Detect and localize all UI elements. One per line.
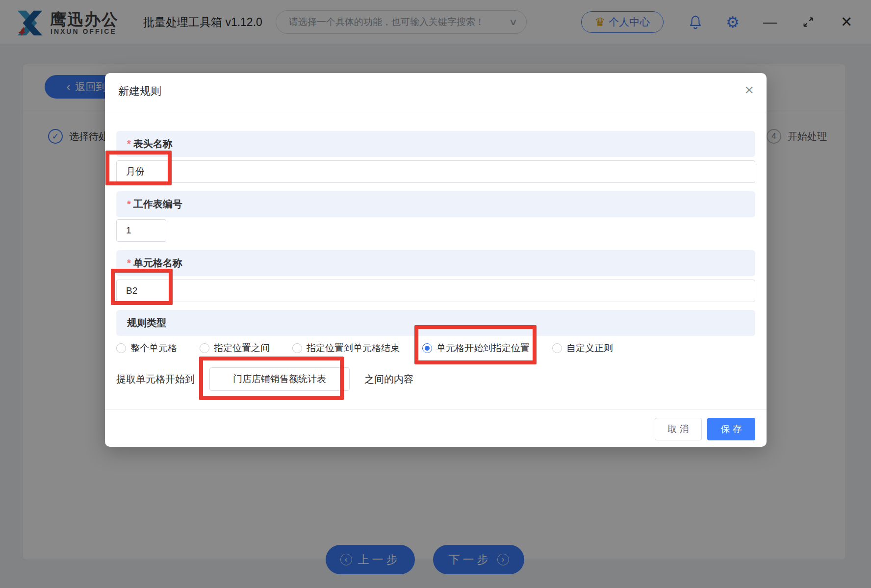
radio-cell-start-to-position[interactable]: 单元格开始到指定位置 xyxy=(422,342,530,355)
extract-prefix-label: 提取单元格开始到 xyxy=(116,373,195,386)
radio-label: 指定位置到单元格结束 xyxy=(307,342,400,355)
dialog-title: 新建规则 xyxy=(118,84,161,99)
required-mark: * xyxy=(127,138,131,150)
extract-end-marker-input[interactable] xyxy=(209,367,350,391)
radio-between-positions[interactable]: 指定位置之间 xyxy=(200,342,270,355)
field-label-header-name: * 表头名称 xyxy=(116,131,755,157)
cell-name-input[interactable] xyxy=(116,280,755,302)
required-mark: * xyxy=(127,199,131,210)
dialog-header-divider xyxy=(105,112,767,112)
radio-custom-regex[interactable]: 自定义正则 xyxy=(552,342,613,355)
radio-label: 自定义正则 xyxy=(566,342,613,355)
field-label-cell-name: * 单元格名称 xyxy=(116,250,755,276)
dialog-close-icon[interactable]: × xyxy=(744,82,754,98)
radio-position-to-cell-end[interactable]: 指定位置到单元格结束 xyxy=(292,342,400,355)
extract-rule-row: 提取单元格开始到 之间的内容 xyxy=(116,366,413,392)
field-label-text: 规则类型 xyxy=(127,316,166,330)
required-mark: * xyxy=(127,257,131,269)
radio-icon[interactable] xyxy=(200,343,209,353)
new-rule-dialog: 新建规则 × * 表头名称 * 工作表编号 * 单元格名称 规则类型 整个单元格… xyxy=(105,73,767,447)
sheet-number-input[interactable] xyxy=(116,219,166,242)
radio-label: 单元格开始到指定位置 xyxy=(436,342,530,355)
field-label-rule-type: 规则类型 xyxy=(116,310,755,336)
cancel-button[interactable]: 取 消 xyxy=(655,418,702,440)
field-label-text: 单元格名称 xyxy=(133,256,182,270)
radio-icon[interactable] xyxy=(552,343,562,353)
save-button[interactable]: 保 存 xyxy=(707,418,755,440)
header-name-input[interactable] xyxy=(116,160,755,183)
radio-icon[interactable] xyxy=(116,343,126,353)
radio-whole-cell[interactable]: 整个单元格 xyxy=(116,342,177,355)
field-label-text: 表头名称 xyxy=(133,137,173,151)
field-label-text: 工作表编号 xyxy=(133,198,182,211)
radio-label: 整个单元格 xyxy=(130,342,177,355)
radio-icon-selected[interactable] xyxy=(422,343,432,353)
radio-icon[interactable] xyxy=(292,343,302,353)
radio-label: 指定位置之间 xyxy=(214,342,270,355)
field-label-sheet-number: * 工作表编号 xyxy=(116,191,755,217)
dialog-footer-divider xyxy=(105,409,767,410)
extract-input-wrap xyxy=(209,367,350,391)
extract-suffix-label: 之间的内容 xyxy=(364,373,413,386)
rule-type-radio-group: 整个单元格 指定位置之间 指定位置到单元格结束 单元格开始到指定位置 自定义正则 xyxy=(116,341,613,356)
